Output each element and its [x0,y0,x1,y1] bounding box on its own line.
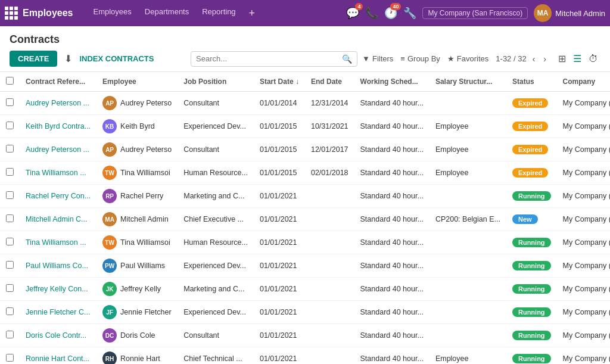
table-row[interactable]: Jennie Fletcher C... JF Jennie Fletcher … [0,301,610,324]
row-checkbox-cell[interactable] [0,92,20,115]
toolbar-right: ▼ Filters ≡ Group By ★ Favorites 1-32 / … [362,51,600,67]
col-header-status[interactable]: Status [506,72,557,92]
row-checkbox-cell[interactable] [0,161,20,185]
row-checkbox[interactable] [6,214,14,222]
table-row[interactable]: Audrey Peterson ... AP Audrey Peterso Co… [0,92,610,115]
row-checkbox-cell[interactable] [0,208,20,231]
col-header-employee[interactable]: Employee [97,72,178,92]
row-checkbox[interactable] [6,354,14,362]
group-by-button[interactable]: ≡ Group By [400,54,440,63]
clock-badge[interactable]: 🕐40 [384,7,397,20]
row-job: Consultant [178,324,254,347]
menu-employees[interactable]: Employees [87,5,137,22]
row-checkbox[interactable] [6,145,14,153]
row-checkbox-cell[interactable] [0,324,20,347]
clock-view-button[interactable]: ⏱ [586,51,600,67]
row-checkbox[interactable] [6,122,14,129]
menu-departments[interactable]: Departments [139,5,195,22]
row-status: Running [506,185,557,208]
table-body: Audrey Peterson ... AP Audrey Peterso Co… [0,92,610,365]
row-ref: Mitchell Admin C... [20,208,97,231]
row-company: My Company (... [557,324,610,347]
row-checkbox-cell[interactable] [0,138,20,161]
table-row[interactable]: Rachel Perry Con... RP Rachel Perry Mark… [0,185,610,208]
table-row[interactable]: Paul Williams Co... PW Paul Williams Exp… [0,254,610,278]
favorites-button[interactable]: ★ Favorites [447,54,488,63]
row-status: Running [506,347,557,365]
select-all-header[interactable] [0,72,20,92]
row-job: Marketing and C... [178,185,254,208]
row-checkbox-cell[interactable] [0,278,20,301]
table-row[interactable]: Jeffrey Kelly Con... JK Jeffrey Kelly Ma… [0,278,610,301]
col-header-end[interactable]: End Date [305,72,354,92]
row-checkbox[interactable] [6,98,14,106]
employee-name: Doris Cole [120,331,155,340]
user-menu[interactable]: MA Mitchell Admin [534,4,605,22]
grid-view-button[interactable]: ⊞ [556,51,568,67]
list-view-button[interactable]: ☰ [571,51,584,67]
row-job: Human Resource... [178,231,254,254]
row-salary: CP200: Belgian E... [430,208,506,231]
table-row[interactable]: Mitchell Admin C... MA Mitchell Admin Ch… [0,208,610,231]
col-header-working[interactable]: Working Sched... [354,72,430,92]
row-job: Experienced Dev... [178,301,254,324]
row-ref: Tina Williamson ... [20,231,97,254]
wrench-icon[interactable]: 🔧 [403,7,416,20]
pagination-info: 1-32 / 32 [496,54,526,63]
col-header-start[interactable]: Start Date ↓ [254,72,305,92]
menu-reporting[interactable]: Reporting [196,5,241,22]
row-checkbox-cell[interactable] [0,185,20,208]
employee-avatar: RH [102,351,117,364]
row-checkbox[interactable] [6,307,14,315]
phone-icon[interactable]: 📞 [365,7,378,20]
row-checkbox[interactable] [6,191,14,199]
row-checkbox[interactable] [6,238,14,245]
menu-plus[interactable]: + [243,5,262,22]
filters-button[interactable]: ▼ Filters [362,54,393,63]
index-contracts-link[interactable]: INDEX CONTRACTS [79,54,154,63]
status-badge: Running [512,307,551,317]
row-job: Human Resource... [178,161,254,185]
row-company: My Company (... [557,347,610,365]
col-header-ref[interactable]: Contract Refere... [20,72,97,92]
row-start: 01/01/2015 [254,138,305,161]
table-row[interactable]: Doris Cole Contr... DC Doris Cole Consul… [0,324,610,347]
row-checkbox-cell[interactable] [0,231,20,254]
employee-name: Keith Byrd [120,122,155,130]
col-header-salary[interactable]: Salary Structur... [430,72,506,92]
page-header: Contracts [0,26,610,46]
next-page-button[interactable]: › [541,53,549,65]
prev-page-button[interactable]: ‹ [530,53,538,65]
search-input[interactable] [196,54,342,63]
row-salary: Employee [430,115,506,138]
status-badge: Running [512,354,551,363]
row-end [305,185,354,208]
employee-avatar: AP [102,142,117,157]
table-row[interactable]: Ronnie Hart Cont... RH Ronnie Hart Chief… [0,347,610,365]
row-checkbox[interactable] [6,168,14,176]
grid-icon [5,7,18,20]
row-status: Running [506,231,557,254]
table-row[interactable]: Keith Byrd Contra... KB Keith Byrd Exper… [0,115,610,138]
row-checkbox-cell[interactable] [0,115,20,138]
row-checkbox-cell[interactable] [0,254,20,278]
row-end [305,324,354,347]
create-button[interactable]: CREATE [10,51,57,67]
row-checkbox[interactable] [6,331,14,338]
row-checkbox-cell[interactable] [0,301,20,324]
view-toggle: ⊞ ☰ ⏱ [556,51,600,67]
row-checkbox-cell[interactable] [0,347,20,365]
table-row[interactable]: Tina Williamson ... TW Tina Williamsoi H… [0,161,610,185]
row-checkbox[interactable] [6,261,14,269]
chat-badge[interactable]: 💬4 [346,7,359,20]
table-row[interactable]: Audrey Peterson ... AP Audrey Peterso Co… [0,138,610,161]
row-checkbox[interactable] [6,284,14,292]
row-end: 10/31/2021 [305,115,354,138]
app-logo[interactable]: Employees [5,7,80,20]
company-selector[interactable]: My Company (San Francisco) [422,7,528,19]
upload-button[interactable]: ⬇ [62,51,74,67]
col-header-job[interactable]: Job Position [178,72,254,92]
table-row[interactable]: Tina Williamson ... TW Tina Williamsoi H… [0,231,610,254]
col-header-company[interactable]: Company [557,72,610,92]
select-all-checkbox[interactable] [6,77,14,85]
